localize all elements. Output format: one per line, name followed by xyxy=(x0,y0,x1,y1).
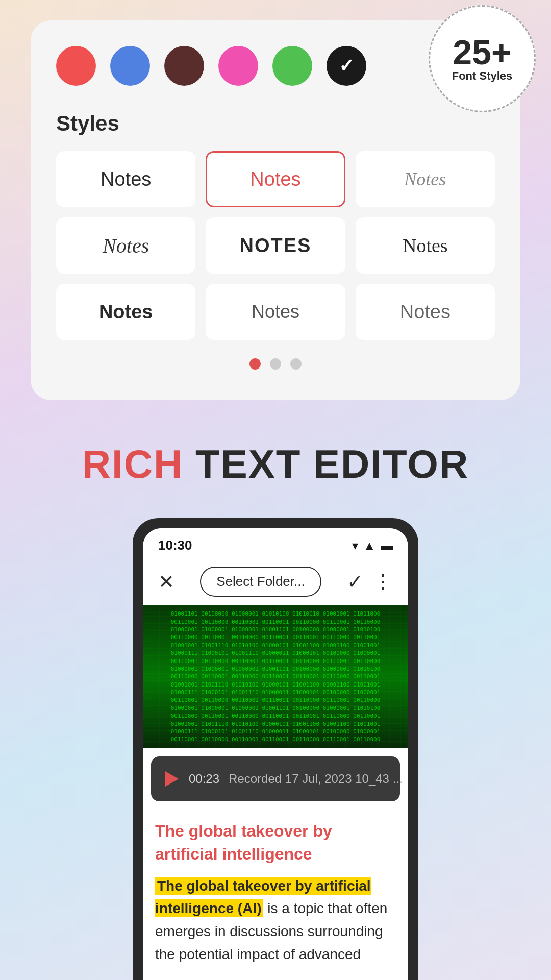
rich-text-heading: RICH TEXT EDITOR xyxy=(0,441,551,487)
audio-player: 00:23 Recorded 17 Jul, 2023 10_43 ... ⋮ xyxy=(151,756,400,801)
color-brown[interactable] xyxy=(164,46,204,86)
signal-icon: ▲ xyxy=(363,538,375,553)
heading-rest: TEXT EDITOR xyxy=(183,442,469,486)
top-section: 25+ Font Styles ✓ Styles Notes Notes xyxy=(0,0,551,400)
phone-mockup: 10:30 ▾ ▲ ▬ ✕ Select Folder... ✓ ⋮ xyxy=(133,518,418,980)
play-icon xyxy=(165,771,179,787)
matrix-image: 01001101 00100000 01000001 01010100 0101… xyxy=(143,605,408,748)
note-content: The global takeover by artificial intell… xyxy=(143,810,408,976)
font-styles-badge: 25+ Font Styles xyxy=(429,5,536,112)
font-cell-bold1[interactable]: Notes xyxy=(56,284,195,340)
font-label-selected: Notes xyxy=(250,168,300,190)
color-pink[interactable] xyxy=(218,46,258,86)
font-label-normal: Notes xyxy=(101,168,151,190)
status-bar: 10:30 ▾ ▲ ▬ xyxy=(143,528,408,558)
note-title: The global takeover by artificial intell… xyxy=(155,820,396,866)
dot-1[interactable] xyxy=(249,358,261,370)
pagination-dots xyxy=(56,358,495,370)
font-label-medium: Notes xyxy=(252,301,299,323)
phone-wrapper: 10:30 ▾ ▲ ▬ ✕ Select Folder... ✓ ⋮ xyxy=(0,518,551,980)
font-cell-light[interactable]: Notes xyxy=(356,284,495,340)
close-button[interactable]: ✕ xyxy=(158,571,174,593)
selected-check-icon: ✓ xyxy=(339,55,354,77)
font-cell-medium[interactable]: Notes xyxy=(206,284,345,340)
font-cell-selected[interactable]: Notes xyxy=(206,151,345,207)
wifi-icon: ▾ xyxy=(352,538,358,553)
select-folder-button[interactable]: Select Folder... xyxy=(200,567,321,597)
play-button[interactable] xyxy=(165,768,179,790)
font-label-bold-caps: NOTES xyxy=(240,235,312,257)
styles-card: 25+ Font Styles ✓ Styles Notes Notes xyxy=(31,20,520,400)
toolbar-right: ✓ ⋮ xyxy=(347,571,393,593)
status-icons: ▾ ▲ ▬ xyxy=(352,538,393,553)
dot-2[interactable] xyxy=(270,358,281,370)
font-label-italic-light: Notes xyxy=(404,168,446,190)
font-label-script: Notes xyxy=(103,234,149,258)
badge-number: 25+ xyxy=(453,35,511,69)
note-body[interactable]: The global takeover by artificial intell… xyxy=(155,875,396,966)
color-black[interactable]: ✓ xyxy=(327,46,366,86)
color-red[interactable] xyxy=(56,46,96,86)
font-cell-serif[interactable]: Notes xyxy=(356,217,495,274)
color-green[interactable] xyxy=(272,46,312,86)
matrix-text-art: 01001101 00100000 01000001 01010100 0101… xyxy=(171,610,381,744)
more-options-button[interactable]: ⋮ xyxy=(373,571,393,593)
font-cell-italic-light[interactable]: Notes xyxy=(356,151,495,207)
font-cell-normal[interactable]: Notes xyxy=(56,151,195,207)
heading-rich: RICH xyxy=(82,442,184,486)
styles-label: Styles xyxy=(56,111,495,136)
font-label-serif: Notes xyxy=(403,234,448,257)
font-cell-bold-caps[interactable]: NOTES xyxy=(206,217,345,274)
color-blue[interactable] xyxy=(110,46,150,86)
audio-name: Recorded 17 Jul, 2023 10_43 ... xyxy=(229,772,403,786)
audio-info: 00:23 Recorded 17 Jul, 2023 10_43 ... xyxy=(189,772,403,786)
dot-3[interactable] xyxy=(290,358,302,370)
status-time: 10:30 xyxy=(158,537,192,553)
phone-inner: 10:30 ▾ ▲ ▬ ✕ Select Folder... ✓ ⋮ xyxy=(143,528,408,980)
font-grid: Notes Notes Notes Notes NOTES Notes Note… xyxy=(56,151,495,340)
battery-icon: ▬ xyxy=(381,538,393,553)
font-cell-script[interactable]: Notes xyxy=(56,217,195,274)
badge-label: Font Styles xyxy=(452,69,513,83)
matrix-chars: 01001101 00100000 01000001 01010100 0101… xyxy=(143,605,408,748)
editor-toolbar: ✕ Select Folder... ✓ ⋮ xyxy=(143,558,408,605)
confirm-button[interactable]: ✓ xyxy=(347,571,363,593)
font-label-bold1: Notes xyxy=(99,301,153,323)
audio-time: 00:23 xyxy=(189,772,219,786)
font-label-light: Notes xyxy=(400,301,450,323)
